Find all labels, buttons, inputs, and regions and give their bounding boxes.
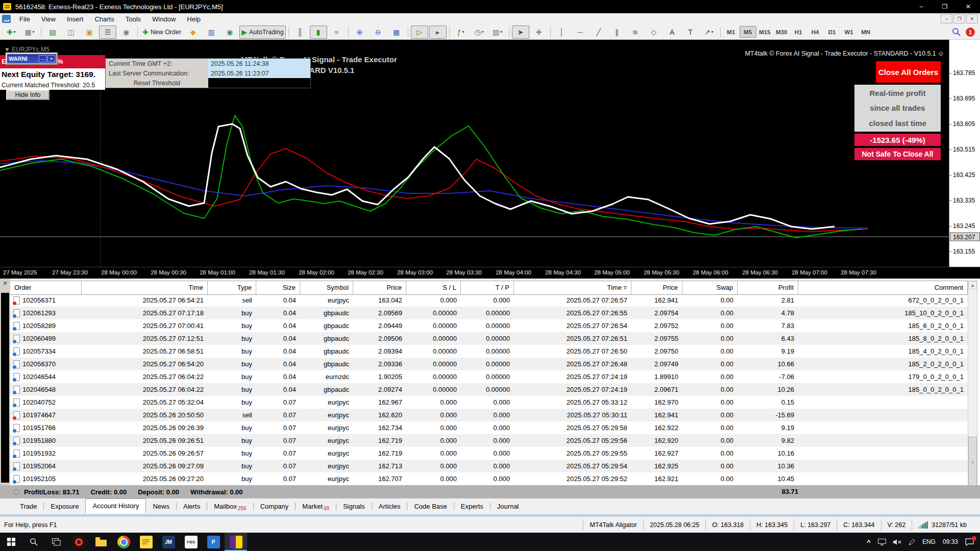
history-row[interactable]: 1019518802025.05.26 09:26:51buy0.07eurjp…: [10, 434, 968, 447]
column-header-tp-7[interactable]: T / P: [461, 281, 514, 294]
timeframe-m5-button[interactable]: M5: [740, 26, 756, 38]
action-center-icon[interactable]: [962, 533, 980, 551]
auto-scroll-button[interactable]: ▷: [411, 26, 428, 39]
history-row[interactable]: 1019517662025.05.26 09:26:39buy0.07eurjp…: [10, 421, 968, 434]
menu-item-tools[interactable]: Tools: [120, 13, 146, 24]
column-header-price-9[interactable]: Price: [631, 281, 682, 294]
navigator-button[interactable]: ▣: [81, 26, 98, 39]
hide-info-button[interactable]: Hide Info: [6, 90, 50, 100]
history-row[interactable]: 1019519322025.05.26 09:26:57buy0.07eurjp…: [10, 447, 968, 460]
warning-dialog[interactable]: WARNI — ✕: [6, 53, 58, 65]
column-header-time-8[interactable]: Time ▿: [514, 281, 631, 294]
taskbar-app-4[interactable]: [135, 533, 157, 551]
experts-library-button[interactable]: ▥: [203, 26, 220, 39]
column-header-profit-11[interactable]: Profit: [738, 281, 798, 294]
menu-item-help[interactable]: Help: [181, 13, 206, 24]
chart-restore-button[interactable]: ❐: [953, 14, 965, 23]
close-all-orders-button[interactable]: Close All Orders: [876, 61, 941, 83]
history-row[interactable]: 1019520642025.05.26 09:27:09buy0.07eurjp…: [10, 460, 968, 472]
column-header-swap-10[interactable]: Swap: [682, 281, 738, 294]
menu-item-view[interactable]: View: [36, 13, 61, 24]
timeframe-w1-button[interactable]: W1: [841, 26, 857, 38]
display-icon[interactable]: [874, 533, 890, 551]
menu-item-charts[interactable]: Charts: [89, 13, 119, 24]
column-header-time-1[interactable]: Time: [82, 281, 208, 294]
tab-journal[interactable]: Journal: [491, 499, 526, 513]
arrows-button[interactable]: ↗▾: [700, 26, 718, 39]
label-button[interactable]: T: [682, 26, 699, 39]
taskbar-app-2[interactable]: [90, 533, 112, 551]
column-header-sl-6[interactable]: S / L: [406, 281, 461, 294]
column-header-price-5[interactable]: Price: [353, 281, 406, 294]
chart-shift-button[interactable]: ▸: [429, 26, 447, 39]
tab-account-history[interactable]: Account History: [85, 498, 146, 513]
data-window-button[interactable]: ◫: [62, 26, 80, 39]
warning-dialog-titlebar[interactable]: WARNI — ✕: [7, 54, 56, 63]
trendline-button[interactable]: ╱: [590, 26, 607, 39]
tab-mailbox[interactable]: Mailbox256: [207, 499, 253, 513]
tab-alerts[interactable]: Alerts: [177, 499, 207, 513]
column-header-symbol-4[interactable]: Symbol: [300, 281, 353, 294]
fibonacci-button[interactable]: ≋: [627, 26, 644, 39]
scrollbar-thumb[interactable]: ≡: [968, 437, 977, 488]
menu-item-file[interactable]: File: [14, 13, 36, 24]
tab-articles[interactable]: Articles: [372, 499, 407, 513]
taskbar-app-7[interactable]: P: [202, 533, 225, 551]
cursor-button[interactable]: ➤: [512, 26, 529, 39]
reset-threshold-button[interactable]: Reset Threshold: [106, 78, 208, 88]
zoom-out-button[interactable]: ⊖: [370, 26, 387, 39]
tab-exposure[interactable]: Exposure: [44, 499, 85, 513]
periods-button[interactable]: ◷▾: [471, 26, 488, 39]
tab-market[interactable]: Market99: [296, 499, 336, 513]
history-row[interactable]: 1020604992025.05.27 07:12:51buy0.04gbpau…: [10, 332, 968, 345]
timeframe-d1-button[interactable]: D1: [824, 26, 841, 38]
taskbar-app-1[interactable]: [67, 533, 90, 551]
history-table-header[interactable]: OrderTimeTypeSizeSymbolPriceS / LT / PTi…: [10, 281, 968, 295]
timeframe-m1-button[interactable]: M1: [723, 26, 740, 38]
menu-item-insert[interactable]: Insert: [61, 13, 89, 24]
timeframe-m30-button[interactable]: M30: [773, 26, 790, 38]
shapes-button[interactable]: ◇: [645, 26, 663, 39]
history-row[interactable]: 1020612932025.05.27 07:17:18buy0.04gbpau…: [10, 307, 968, 319]
autotrading-button[interactable]: ▶AutoTrading: [239, 26, 285, 39]
line-chart-button[interactable]: ≈: [328, 26, 346, 39]
new-order-button[interactable]: ✚New Order: [140, 26, 183, 39]
strategy-tester-button[interactable]: ◉: [117, 26, 135, 39]
taskbar-app-5[interactable]: JM: [157, 533, 180, 551]
channel-button[interactable]: ∥: [608, 26, 626, 39]
minimize-button[interactable]: –: [910, 0, 933, 13]
new-chart-button[interactable]: ✚▾: [3, 26, 20, 39]
tray-expand-icon[interactable]: ^: [863, 533, 874, 551]
task-view-button[interactable]: [45, 533, 67, 551]
history-row[interactable]: 1020465482025.05.27 06:04:22buy0.04gbpau…: [10, 383, 968, 396]
tab-code-base[interactable]: Code Base: [407, 499, 453, 513]
profiles-button[interactable]: ▦▾: [21, 26, 38, 39]
search-icon[interactable]: [952, 28, 961, 36]
history-row[interactable]: 1020582892025.05.27 07:00:41buy0.04gbpau…: [10, 319, 968, 332]
restore-button[interactable]: ❐: [933, 0, 957, 13]
scroll-up-icon[interactable]: ▲: [968, 281, 977, 289]
column-header-order-0[interactable]: Order: [10, 281, 82, 294]
timeframe-m15-button[interactable]: M15: [756, 26, 773, 38]
tab-company[interactable]: Company: [254, 499, 296, 513]
timeframe-h4-button[interactable]: H4: [807, 26, 824, 38]
zoom-in-button[interactable]: ⊕: [351, 26, 369, 39]
market-button[interactable]: ◉: [221, 26, 238, 39]
history-row[interactable]: 1020563712025.05.27 06:54:21sell0.04eurj…: [10, 294, 968, 307]
taskbar-app-6[interactable]: FBS: [180, 533, 202, 551]
history-row[interactable]: 1019521052025.05.26 09:27:20buy0.07eurjp…: [10, 472, 968, 485]
metaeditor-button[interactable]: ◆: [184, 26, 202, 39]
candlestick-chart-button[interactable]: ▮: [310, 26, 327, 39]
history-row[interactable]: 1020407522025.05.27 05:32:04buy0.07eurjp…: [10, 396, 968, 409]
language-indicator[interactable]: ENG: [919, 533, 939, 551]
taskbar-app-3[interactable]: [112, 533, 135, 551]
terminal-button[interactable]: ☰: [99, 26, 116, 39]
crosshair-button[interactable]: ✛: [530, 26, 548, 39]
warning-close-button[interactable]: ✕: [47, 55, 55, 62]
market-watch-button[interactable]: ▤: [44, 26, 61, 39]
history-row[interactable]: 1019746472025.05.26 20:50:50sell0.07eurj…: [10, 409, 968, 421]
start-button[interactable]: [0, 533, 22, 551]
indicators-button[interactable]: ƒ▾: [452, 26, 470, 39]
tab-trade[interactable]: Trade: [13, 499, 43, 513]
taskbar-app-8[interactable]: [225, 533, 247, 551]
